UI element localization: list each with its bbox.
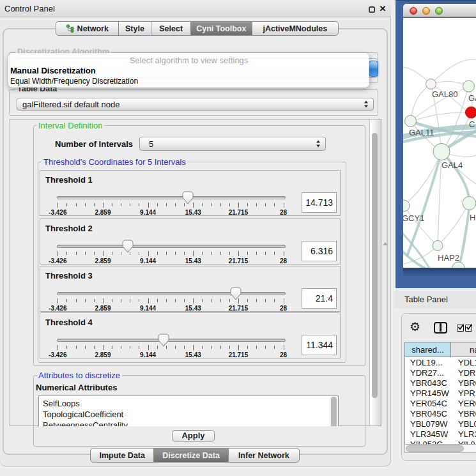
checkbox-select-icon[interactable] (465, 325, 472, 332)
threshold-4-slider-thumb[interactable] (158, 334, 169, 347)
tab-network[interactable]: Network (56, 22, 119, 35)
threshold-2-value-field[interactable]: 6.316 (302, 241, 337, 261)
slider-minor-tick (94, 299, 95, 302)
attribute-list-item[interactable]: TopologicalCoefficient (43, 409, 123, 420)
slider-tick-label: 9.144 (140, 305, 156, 312)
network-node[interactable] (405, 116, 417, 127)
close-icon[interactable]: ✕ (378, 3, 387, 15)
algorithm-popup-item-equal-width[interactable]: Equal Width/Frequency Discretization (10, 76, 367, 87)
table-panel-titlebar[interactable]: Table Panel (394, 291, 476, 308)
slider-minor-tick (76, 203, 77, 206)
slider-minor-tick (112, 299, 112, 302)
slider-minor-tick (166, 299, 167, 302)
numerical-attributes-list[interactable]: SelfLoopsTopologicalCoefficientBetweenne… (38, 395, 339, 426)
algorithm-popup-item-manual[interactable]: Manual Discretization (10, 65, 367, 76)
network-edge[interactable] (411, 84, 431, 121)
splitter-arrow-icon[interactable] (383, 242, 388, 245)
slider-tick-label: 9.144 (140, 257, 156, 265)
table-row[interactable]: YBR045CYBR0 (405, 408, 476, 418)
cell-name: YIL0 (458, 440, 475, 444)
slider-tick-label: 2.859 (95, 209, 111, 216)
table-row[interactable]: YPR145WYPR1 (405, 388, 476, 398)
close-traffic-light-icon[interactable] (410, 7, 417, 15)
network-node[interactable] (433, 241, 443, 251)
table-row[interactable]: YDR27...YDR2 (405, 367, 476, 378)
slider-tick-label: 2.859 (95, 257, 111, 265)
tab-infer-network[interactable]: Infer Network (229, 449, 299, 462)
network-canvas[interactable]: GAL80GACGAL11GAL4HGCY1HAP2 (403, 18, 476, 268)
table-row[interactable]: YBR043CYBR0 (405, 378, 476, 388)
tab-impute-data[interactable]: Impute Data (91, 449, 154, 462)
table-panel-title: Table Panel (404, 291, 448, 308)
minimize-traffic-light-icon[interactable] (422, 7, 430, 15)
threshold-3-value-field[interactable]: 21.4 (302, 288, 337, 309)
network-node-label: GAL80 (432, 89, 457, 99)
network-edge-highlighted[interactable] (403, 229, 434, 268)
checkbox-select-icon[interactable] (457, 325, 464, 332)
slider-tick-label: 2.859 (95, 351, 111, 358)
threshold-1-slider-track[interactable] (57, 196, 286, 199)
cell-name: YBR0 (458, 409, 476, 418)
gear-icon[interactable]: ⚙ (410, 321, 420, 334)
table-row[interactable]: YIL052CYIL0 (405, 439, 476, 444)
apply-button[interactable]: Apply (172, 430, 215, 441)
settings-scrollbar-thumb[interactable] (372, 133, 378, 398)
network-node[interactable] (463, 197, 476, 210)
threshold-2-slider-track[interactable] (57, 245, 286, 248)
columns-icon[interactable] (434, 322, 447, 334)
network-node[interactable] (466, 107, 476, 118)
combobox-arrow-button[interactable] (369, 61, 378, 77)
tab-style[interactable]: Style (119, 22, 152, 35)
cell-name: YDR2 (458, 368, 476, 378)
attribute-list-item[interactable]: SelfLoops (43, 398, 80, 409)
network-edge-highlighted[interactable] (441, 152, 470, 203)
table-row[interactable]: YLR345WYLR3 (405, 429, 476, 439)
tab-jactivemnodules[interactable]: jActiveMNodules (252, 22, 338, 35)
slider-major-tick (193, 345, 194, 350)
zoom-traffic-light-icon[interactable] (435, 7, 443, 15)
table-header-name[interactable]: name (451, 342, 476, 357)
network-node[interactable] (433, 144, 450, 160)
tab-select[interactable]: Select (151, 22, 191, 35)
network-window-inner-shadow (403, 268, 476, 277)
network-edge[interactable] (404, 152, 441, 205)
network-graph: GAL80GACGAL11GAL4HGCY1HAP2 (403, 18, 476, 268)
float-window-icon[interactable] (369, 6, 375, 13)
table-row[interactable]: YER054CYER0 (405, 398, 476, 408)
network-node-label: HAP2 (438, 253, 459, 263)
network-edge[interactable] (411, 112, 471, 121)
tab-cyni-toolbox[interactable]: Cyni Toolbox (191, 22, 252, 35)
slider-minor-tick (256, 203, 257, 206)
cyni-mode-tabbar: Impute DataDiscretize DataInfer Network (90, 448, 300, 463)
slider-minor-tick (121, 299, 121, 302)
slider-major-tick (193, 251, 194, 256)
table-row[interactable]: YBL079WYBL0 (405, 418, 476, 429)
network-node[interactable] (452, 262, 465, 268)
table-data-combobox[interactable]: galFiltered.sif default node (17, 98, 374, 111)
threshold-4-value-field[interactable]: 11.344 (302, 335, 337, 355)
slider-major-tick (58, 298, 58, 303)
attributes-list-scrollbar-thumb[interactable] (331, 397, 337, 426)
threshold-3-slider-thumb[interactable] (230, 287, 242, 300)
threshold-1-value-field[interactable]: 14.713 (302, 192, 337, 213)
threshold-2-slider-thumb[interactable] (122, 240, 134, 253)
network-node-label: C (469, 119, 475, 129)
threshold-3-slider-track[interactable] (57, 292, 286, 295)
cell-name: YDL1 (458, 358, 476, 367)
table-row[interactable]: YDL19...YDL1 (405, 357, 476, 367)
control-panel-titlebar[interactable]: Control Panel ✕ (0, 0, 391, 17)
network-node[interactable] (463, 81, 475, 92)
slider-minor-tick (139, 346, 139, 349)
table-header-shared-name[interactable]: shared... (404, 342, 451, 357)
number-of-intervals-combobox[interactable]: 5 (139, 137, 326, 151)
tab-discretize-data[interactable]: Discretize Data (154, 449, 228, 462)
threshold-4-slider-track[interactable] (57, 339, 286, 342)
network-node-label: GCY1 (403, 213, 424, 223)
slider-major-tick (148, 345, 149, 350)
slider-minor-tick (211, 299, 212, 302)
table-hscrollbar-thumb[interactable] (406, 445, 464, 452)
network-node[interactable] (426, 79, 436, 89)
threshold-1-slider-thumb[interactable] (182, 191, 194, 204)
slider-major-tick (58, 251, 58, 256)
attribute-list-item[interactable]: BetweennessCentrality (43, 420, 128, 426)
